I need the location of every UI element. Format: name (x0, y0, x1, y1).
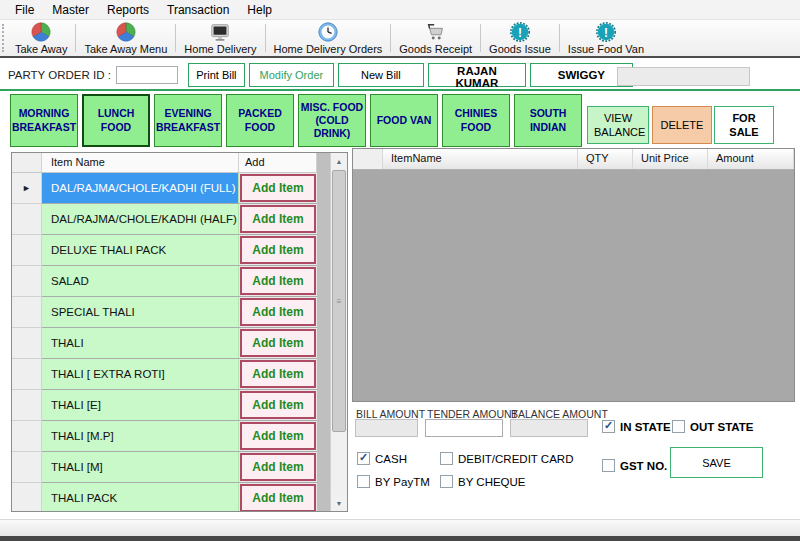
row-selector-cell (12, 483, 42, 512)
party-order-id-input[interactable] (116, 66, 178, 84)
print-bill-button[interactable]: Print Bill (188, 63, 245, 87)
toolbar-button-label: Issue Food Van (568, 43, 644, 55)
scroll-down-arrow-icon[interactable]: ▼ (331, 495, 347, 511)
toolbar-button-take-away-menu[interactable]: Take Away Menu (77, 20, 174, 56)
menu-item-master[interactable]: Master (43, 1, 98, 19)
add-item-button-deluxe-thali-pack[interactable]: Add Item (240, 236, 316, 264)
gst-no-checkbox[interactable] (602, 459, 615, 472)
add-item-button-thali-e[interactable]: Add Item (240, 391, 316, 419)
item-name-cell: THALI [M.P] (42, 421, 239, 452)
add-item-button-thali-m-p[interactable]: Add Item (240, 422, 316, 450)
item-row: ►DAL/RAJMA/CHOLE/KADHI (FULL)Add Item (12, 173, 347, 204)
category-button-food-van[interactable]: FOOD VAN (370, 94, 438, 147)
category-button-morning-breakfast[interactable]: MORNING BREAKFAST (10, 94, 78, 147)
for-sale-button[interactable]: FOR SALE (714, 106, 774, 144)
out-state-checkbox[interactable] (672, 420, 685, 433)
alert-badge-icon: ! (509, 21, 531, 43)
svg-text:!: ! (604, 26, 608, 40)
modify-order-button[interactable]: Modify Order (249, 63, 334, 87)
by-cheque-checkbox[interactable] (440, 475, 453, 488)
category-button-misc-food-cold-drink[interactable]: MISC. FOOD (COLD DRINK) (298, 94, 366, 147)
add-item-button-thali-extra-roti[interactable]: Add Item (240, 360, 316, 388)
view-balance-button[interactable]: VIEW BALANCE (587, 106, 649, 144)
toolbar-button-label: Take Away Menu (84, 43, 167, 55)
item-name-cell: THALI (42, 328, 239, 359)
category-button-packed-food[interactable]: PACKED FOOD (226, 94, 294, 147)
category-button-chinies-food[interactable]: CHINIES FOOD (442, 94, 510, 147)
category-button-evening-breakfast[interactable]: EVENING BREAKFAST (154, 94, 222, 147)
item-grid-scrollbar[interactable]: ▲ ≡ ▼ (330, 153, 347, 511)
item-row: THALI PACKAdd Item (12, 483, 347, 512)
add-item-button-thali[interactable]: Add Item (240, 329, 316, 357)
pos-window: FileMasterReportsTransactionHelp Take Aw… (0, 0, 800, 541)
add-item-button-thali-pack[interactable]: Add Item (240, 484, 316, 512)
add-item-button-special-thali[interactable]: Add Item (240, 298, 316, 326)
pie-chart-icon (30, 21, 52, 43)
add-cell: Add Item (239, 390, 317, 421)
category-button-lunch-food[interactable]: LUNCH FOOD (82, 94, 150, 147)
in-state-checkbox[interactable] (602, 420, 615, 433)
order-column-header-unit-price[interactable]: Unit Price (633, 149, 708, 169)
menu-item-help[interactable]: Help (238, 1, 281, 19)
order-column-header-itemname[interactable]: ItemName (383, 149, 578, 169)
row-selector-cell (12, 235, 42, 266)
gst-no-checkbox-row[interactable]: GST NO. (602, 459, 667, 472)
customer-name-button[interactable]: RAJAN KUMAR (428, 63, 526, 87)
add-cell: Add Item (239, 173, 317, 204)
item-name-cell: SALAD (42, 266, 239, 297)
item-grid-body: ►DAL/RAJMA/CHOLE/KADHI (FULL)Add ItemDAL… (12, 173, 347, 512)
alert-badge-icon: ! (595, 21, 617, 43)
scroll-up-arrow-icon[interactable]: ▲ (331, 153, 347, 169)
by-paytm-checkbox-row[interactable]: BY PayTM (357, 470, 440, 493)
status-bar (0, 519, 800, 536)
scrollbar-thumb[interactable]: ≡ (332, 170, 346, 432)
bill-amount-input (355, 419, 418, 437)
debit-credit-card-checkbox-row[interactable]: DEBIT/CREDIT CARD (440, 447, 573, 470)
add-cell: Add Item (239, 421, 317, 452)
add-cell: Add Item (239, 297, 317, 328)
toolbar-button-home-delivery-orders[interactable]: Home Delivery Orders (267, 20, 390, 56)
out-state-checkbox-row[interactable]: OUT STATE (672, 420, 753, 433)
cash-label: CASH (375, 453, 407, 465)
payment-option-group: CASHDEBIT/CREDIT CARDBY PayTMBY CHEQUE (357, 447, 573, 493)
toolbar-button-goods-receipt[interactable]: Goods Receipt (392, 20, 479, 56)
item-row: SPECIAL THALIAdd Item (12, 297, 347, 328)
toolbar-grip-handle[interactable] (2, 24, 6, 52)
order-grid-selector-header (353, 149, 383, 169)
cash-checkbox[interactable] (357, 452, 370, 465)
by-cheque-checkbox-row[interactable]: BY CHEQUE (440, 470, 573, 493)
debit-credit-card-checkbox[interactable] (440, 452, 453, 465)
toolbar-button-take-away[interactable]: Take Away (8, 20, 74, 56)
new-bill-button[interactable]: New Bill (338, 63, 424, 87)
toolbar-button-label: Home Delivery (184, 43, 256, 55)
cart-icon (425, 21, 447, 43)
toolbar-button-label: Home Delivery Orders (274, 43, 383, 55)
save-button[interactable]: SAVE (670, 447, 763, 478)
menu-item-reports[interactable]: Reports (98, 1, 158, 19)
item-name-column-header[interactable]: Item Name (42, 153, 239, 173)
toolbar-button-home-delivery[interactable]: Home Delivery (177, 20, 263, 56)
toolbar-button-issue-food-van[interactable]: !Issue Food Van (561, 20, 651, 56)
order-column-header-amount[interactable]: Amount (708, 149, 794, 169)
item-row: THALI [E]Add Item (12, 390, 347, 421)
add-column-header[interactable]: Add (239, 153, 317, 173)
toolbar-button-goods-issue[interactable]: !Goods Issue (482, 20, 558, 56)
in-state-checkbox-row[interactable]: IN STATE (602, 420, 671, 433)
balance-amount-input (510, 419, 588, 437)
menu-item-transaction[interactable]: Transaction (158, 1, 238, 19)
category-button-south-indian[interactable]: SOUTH INDIAN (514, 94, 582, 147)
add-item-button-dal-rajma-chole-kadhi-half[interactable]: Add Item (240, 205, 316, 233)
by-paytm-checkbox[interactable] (357, 475, 370, 488)
debit-credit-card-label: DEBIT/CREDIT CARD (458, 453, 573, 465)
add-item-button-dal-rajma-chole-kadhi-full[interactable]: Add Item (240, 174, 316, 202)
gst-no-label: GST NO. (620, 460, 667, 472)
order-column-header-qty[interactable]: QTY (578, 149, 633, 169)
menu-item-file[interactable]: File (6, 1, 43, 19)
add-item-button-salad[interactable]: Add Item (240, 267, 316, 295)
add-item-button-thali-m[interactable]: Add Item (240, 453, 316, 481)
delete-button[interactable]: DELETE (652, 106, 712, 144)
cash-checkbox-row[interactable]: CASH (357, 447, 440, 470)
row-selector-cell (12, 390, 42, 421)
toolbar-separator (265, 24, 266, 52)
tender-amount-input[interactable] (425, 419, 503, 437)
